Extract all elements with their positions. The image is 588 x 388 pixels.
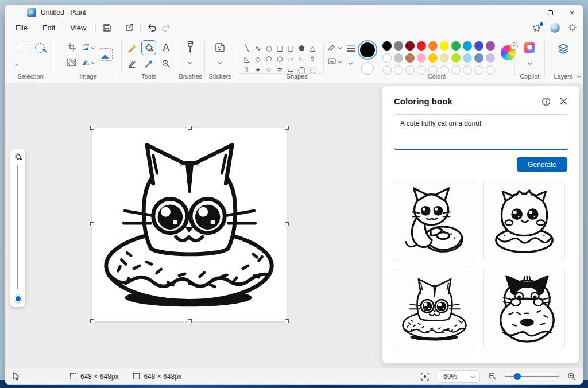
shape-option[interactable]: △: [307, 42, 318, 53]
size-dropdown[interactable]: [345, 43, 357, 53]
fit-to-screen-button[interactable]: [420, 372, 430, 381]
selection-handle-s[interactable]: [188, 319, 192, 323]
palette-color[interactable]: [440, 53, 449, 63]
palette-color[interactable]: [486, 53, 495, 63]
shape-option[interactable]: ⇦: [296, 53, 307, 64]
result-thumbnail-2[interactable]: [483, 180, 565, 261]
palette-color[interactable]: [486, 41, 495, 51]
palette-color[interactable]: [394, 53, 403, 63]
palette-color[interactable]: [463, 53, 472, 63]
selection-options-dropdown[interactable]: [16, 57, 18, 68]
panel-close-button[interactable]: [560, 98, 567, 105]
selection-handle-w[interactable]: [90, 222, 94, 226]
menu-edit[interactable]: Edit: [37, 22, 61, 34]
palette-color[interactable]: [417, 41, 426, 51]
close-button[interactable]: ×: [561, 5, 583, 20]
color-picker-tool-button[interactable]: [144, 59, 153, 68]
edit-with-image-creator-button[interactable]: [99, 48, 113, 61]
zoom-slider-handle[interactable]: [514, 373, 521, 380]
menu-view[interactable]: View: [64, 22, 92, 34]
slider-handle[interactable]: [14, 294, 22, 303]
maximize-button[interactable]: [539, 5, 561, 20]
save-button[interactable]: [99, 21, 114, 34]
fill-tool-button-selected[interactable]: [141, 40, 156, 55]
share-button[interactable]: [122, 21, 137, 34]
palette-color[interactable]: [440, 41, 449, 51]
copilot-button[interactable]: [524, 42, 535, 53]
stickers-dropdown[interactable]: [219, 56, 222, 66]
shape-option[interactable]: ◺: [242, 53, 253, 64]
zoom-slider[interactable]: [505, 376, 559, 377]
text-tool-button[interactable]: A: [163, 42, 169, 53]
info-button[interactable]: [541, 97, 551, 106]
shape-option[interactable]: ⇧: [307, 53, 318, 64]
palette-color[interactable]: [394, 41, 403, 51]
shape-option[interactable]: ○: [264, 42, 274, 53]
edit-colors-button[interactable]: [501, 45, 516, 60]
shapes-gallery[interactable]: ╲∿○□▢⬟△◺◇⬠⬡⇨⇦⇧⇩✦☆✡▭◯◌◠∿: [238, 41, 324, 74]
palette-color[interactable]: [382, 53, 392, 63]
shape-fill-dropdown[interactable]: [327, 57, 342, 65]
slider-track[interactable]: [17, 165, 19, 290]
stickers-button[interactable]: [214, 42, 226, 53]
shape-option[interactable]: □: [274, 42, 285, 53]
eraser-tool-button[interactable]: [127, 60, 137, 68]
pencil-tool-button[interactable]: [127, 43, 137, 53]
foreground-color-swatch[interactable]: [360, 42, 375, 57]
minimize-button[interactable]: [517, 5, 539, 20]
titlebar[interactable]: Untitled - Paint ×: [5, 5, 583, 20]
generate-button[interactable]: Generate: [517, 157, 567, 172]
menu-file[interactable]: File: [10, 22, 33, 34]
feedback-button[interactable]: [532, 24, 542, 32]
shape-option[interactable]: ◇: [253, 53, 264, 64]
palette-color[interactable]: [405, 41, 415, 51]
brushes-dropdown[interactable]: [189, 56, 192, 66]
palette-color[interactable]: [463, 41, 472, 51]
palette-color[interactable]: [428, 41, 438, 51]
prompt-input[interactable]: [394, 114, 568, 150]
rectangle-select-button[interactable]: [17, 44, 28, 52]
selection-handle-nw[interactable]: [90, 126, 94, 130]
shape-option[interactable]: ⬡: [274, 53, 285, 64]
zoom-out-button[interactable]: [488, 372, 497, 381]
selection-handle-sw[interactable]: [90, 319, 94, 323]
rotate-button[interactable]: [81, 43, 95, 51]
undo-button[interactable]: [144, 21, 159, 34]
shape-option[interactable]: ∿: [253, 42, 264, 53]
palette-color[interactable]: [474, 53, 483, 63]
freeform-select-button[interactable]: [35, 43, 45, 53]
selection-handle-ne[interactable]: [285, 126, 289, 130]
resize-button[interactable]: [67, 59, 76, 66]
zoom-level-dropdown[interactable]: 69%: [438, 370, 480, 383]
account-avatar[interactable]: [550, 23, 560, 33]
layers-button[interactable]: [557, 43, 570, 55]
magnifier-tool-button[interactable]: [161, 59, 171, 68]
shape-option[interactable]: ⇨: [285, 53, 296, 64]
shape-option[interactable]: ⬟: [296, 42, 307, 53]
canvas[interactable]: [92, 128, 287, 321]
shape-outline-dropdown[interactable]: [327, 43, 342, 51]
zoom-in-button[interactable]: [567, 372, 576, 381]
copilot-dropdown[interactable]: [528, 56, 531, 67]
palette-color[interactable]: [417, 53, 426, 63]
selection-handle-n[interactable]: [188, 126, 192, 130]
redo-button[interactable]: [159, 21, 174, 34]
selection-handle-se[interactable]: [285, 319, 289, 323]
flip-button[interactable]: [81, 58, 95, 66]
shape-option[interactable]: ╲: [242, 42, 253, 53]
crop-button[interactable]: [67, 42, 76, 52]
palette-color[interactable]: [405, 53, 415, 63]
palette-color[interactable]: [382, 41, 392, 51]
palette-color[interactable]: [474, 41, 483, 51]
result-thumbnail-4[interactable]: [483, 269, 565, 350]
selection-handle-e[interactable]: [285, 222, 289, 226]
brushes-button[interactable]: [186, 41, 195, 53]
shape-option[interactable]: ⬠: [264, 53, 274, 64]
shape-option[interactable]: ▢: [285, 42, 296, 53]
result-thumbnail-1[interactable]: [394, 180, 475, 261]
palette-color[interactable]: [451, 53, 461, 63]
palette-color[interactable]: [428, 53, 438, 63]
palette-color[interactable]: [451, 41, 461, 51]
settings-button[interactable]: [568, 23, 577, 32]
result-thumbnail-3[interactable]: [394, 269, 475, 350]
